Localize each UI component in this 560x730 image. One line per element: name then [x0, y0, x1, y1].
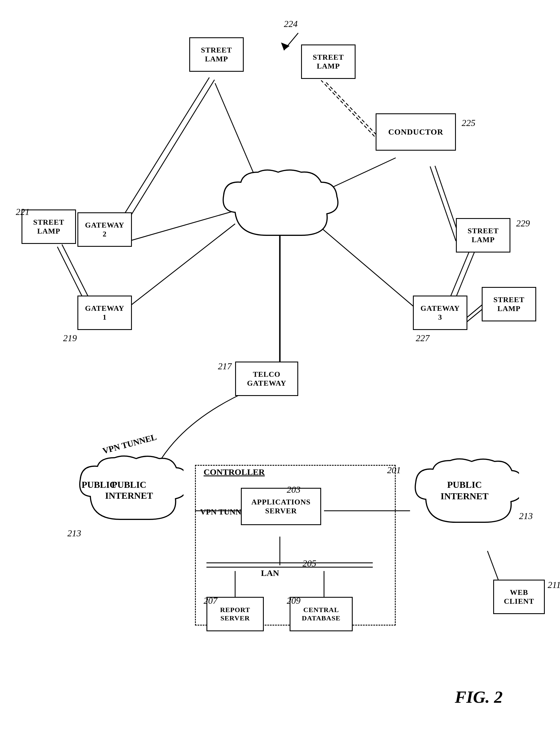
ref-209: 209: [287, 595, 301, 606]
svg-text:INTERNET: INTERNET: [105, 491, 153, 501]
svg-marker-25: [281, 42, 290, 50]
gateway1-box: GATEWAY 1: [77, 295, 132, 330]
ref-211: 211: [548, 580, 560, 590]
gateway3-box: GATEWAY 3: [413, 295, 467, 330]
vpn-tunnel-label-left: VPN TUNNEL: [102, 432, 158, 456]
applications-server-box: APPLICATIONS SERVER: [241, 488, 321, 525]
svg-line-6: [115, 77, 209, 229]
ref-224: 224: [284, 19, 298, 29]
gateway2-box: GATEWAY 2: [77, 212, 132, 247]
lan-label: LAN: [261, 568, 279, 578]
street-lamp-left: STREET LAMP: [22, 209, 76, 244]
svg-text:PUBLIC: PUBLIC: [82, 480, 116, 490]
ref-217: 217: [218, 361, 232, 372]
public-internet-left: PUBLIC PUBLIC INTERNET: [75, 454, 184, 528]
lan-line: [206, 562, 373, 563]
network-cloud: [215, 166, 344, 247]
diagram: STREET LAMP 224 STREET LAMP CONDUCTOR 22…: [0, 0, 560, 730]
ref-219: 219: [63, 333, 77, 343]
street-lamp-right-bot: STREET LAMP: [482, 287, 536, 321]
public-internet-right: PUBLIC INTERNET: [410, 456, 519, 531]
ref-221: 221: [16, 207, 30, 217]
ref-213-left: 213: [67, 528, 81, 539]
ref-205: 205: [303, 558, 316, 569]
svg-text:INTERNET: INTERNET: [440, 491, 488, 501]
conductor-box: CONDUCTOR: [376, 113, 456, 151]
street-lamp-top-right: STREET LAMP: [301, 44, 356, 79]
svg-text:PUBLIC: PUBLIC: [447, 480, 482, 490]
svg-line-10: [430, 166, 456, 241]
figure-label: FIG. 2: [455, 687, 503, 707]
ref-225: 225: [462, 118, 475, 128]
ref-207: 207: [204, 595, 217, 606]
ref-227: 227: [416, 333, 430, 343]
ref-213-right: 213: [519, 511, 533, 521]
web-client-box: WEB CLIENT: [493, 580, 545, 614]
street-lamp-top-left: STREET LAMP: [189, 37, 244, 72]
ref-201: 201: [387, 465, 401, 476]
svg-line-7: [120, 80, 214, 232]
ref-203: 203: [287, 484, 301, 495]
svg-line-24: [284, 33, 298, 50]
svg-line-8: [321, 80, 378, 141]
lan-line-bottom: [206, 567, 373, 568]
ref-229: 229: [516, 218, 530, 229]
telco-gateway-box: TELCO GATEWAY: [235, 361, 298, 396]
controller-label: CONTROLLER: [204, 467, 265, 477]
street-lamp-right-top: STREET LAMP: [456, 218, 510, 252]
svg-text:PUBLIC: PUBLIC: [112, 480, 147, 490]
